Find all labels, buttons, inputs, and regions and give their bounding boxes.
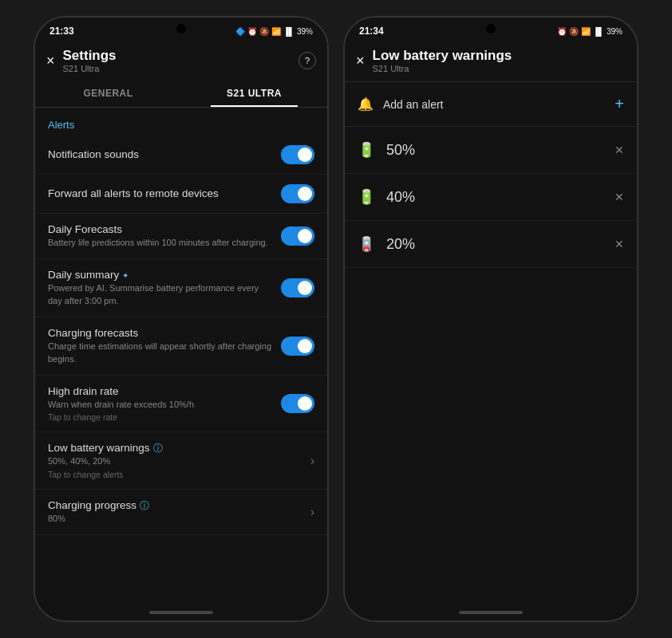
settings-content: Alerts Notification sounds Forward all a… [35, 108, 327, 605]
charging-forecasts-title: Charging forecasts [48, 327, 273, 339]
charging-forecasts-toggle[interactable] [281, 337, 314, 356]
tab-bar: GENERAL S21 ULTRA [35, 80, 327, 108]
mute-icon: 🔕 [259, 27, 269, 36]
setting-notification-sounds: Notification sounds [35, 136, 327, 175]
remove-alert-50[interactable]: ✕ [615, 144, 624, 156]
forward-alerts-toggle[interactable] [281, 184, 314, 203]
charging-progress-title: Charging progress [48, 499, 136, 511]
home-bar-right [459, 611, 523, 614]
high-drain-rate-toggle[interactable] [281, 394, 314, 413]
signal-icon-right: ▐▌ [593, 27, 604, 36]
settings-screen: × Settings S21 Ultra ? GENERAL S21 ULTRA… [35, 41, 327, 605]
status-icons-right: ⏰ 🔕 📶 ▐▌ 39% [557, 27, 623, 36]
alarm-icon-right: ⏰ [557, 27, 567, 36]
wifi-icon-right: 📶 [581, 27, 591, 36]
tab-s21ultra[interactable]: S21 ULTRA [181, 80, 327, 107]
mute-icon-right: 🔕 [569, 27, 579, 36]
phone-settings: 21:33 🔷 ⏰ 🔕 📶 ▐▌ 39% × Settings S21 Ultr… [34, 16, 329, 622]
battery-status: 39% [297, 27, 313, 36]
notification-sounds-toggle[interactable] [281, 145, 314, 164]
home-indicator-right [345, 605, 637, 620]
low-battery-warnings-title: Low battery warnings [48, 442, 150, 454]
setting-charging-progress[interactable]: Charging progress ⓘ 80% › [35, 490, 327, 535]
help-button[interactable]: ? [298, 52, 316, 69]
battery-status-right: 39% [607, 27, 623, 36]
notification-sounds-title: Notification sounds [48, 148, 273, 160]
lbw-header-title-group: Low battery warnings S21 Ultra [373, 48, 626, 73]
daily-summary-desc: Powered by AI. Summarise battery perform… [48, 282, 273, 307]
high-drain-rate-desc: Warn when drain rate exceeds 10%/h [48, 399, 273, 411]
charging-forecasts-desc: Charge time estimations will appear shor… [48, 341, 273, 365]
phone-low-battery-warnings: 21:34 ⏰ 🔕 📶 ▐▌ 39% × Low battery warning… [343, 16, 638, 622]
status-icons-left: 🔷 ⏰ 🔕 📶 ▐▌ 39% [235, 27, 313, 36]
battery-icon-50: 🔋 [358, 141, 375, 159]
app-header: × Settings S21 Ultra ? [35, 41, 327, 80]
daily-forecasts-desc: Battery life predictions within 100 minu… [48, 237, 273, 249]
status-time-right: 21:34 [359, 26, 384, 37]
status-time-left: 21:33 [49, 26, 74, 37]
add-alert-row[interactable]: 🔔 Add an alert + [345, 82, 637, 127]
charging-progress-desc: 80% [48, 513, 298, 525]
lbw-close-button[interactable]: × [356, 53, 365, 69]
daily-summary-title: Daily summary [48, 269, 119, 281]
high-drain-rate-title: High drain rate [48, 385, 273, 397]
header-title-group: Settings S21 Ultra [63, 48, 298, 73]
setting-charging-forecasts: Charging forecasts Charge time estimatio… [35, 317, 327, 376]
app-title: Settings [63, 48, 298, 64]
home-indicator-left [35, 605, 327, 620]
setting-daily-forecasts: Daily Forecasts Battery life predictions… [35, 214, 327, 259]
alert-percent-20: 20% [386, 236, 415, 253]
setting-low-battery-warnings[interactable]: Low battery warnings ⓘ 50%, 40%, 20% Tap… [35, 432, 327, 489]
wifi-icon: 📶 [271, 27, 281, 36]
low-battery-screen: × Low battery warnings S21 Ultra 🔔 Add a… [345, 41, 637, 605]
setting-daily-summary: Daily summary ✦ Powered by AI. Summarise… [35, 259, 327, 317]
forward-alerts-title: Forward all alerts to remote devices [48, 187, 273, 199]
charging-progress-chevron: › [310, 505, 314, 519]
add-alert-label: Add an alert [383, 98, 444, 111]
lbw-title: Low battery warnings [373, 48, 626, 64]
low-battery-info-icon: ⓘ [153, 442, 163, 455]
camera-notch-right [486, 24, 496, 33]
low-battery-chevron: › [310, 454, 314, 468]
ai-badge: ✦ [122, 271, 128, 280]
setting-forward-alerts: Forward all alerts to remote devices [35, 175, 327, 214]
daily-forecasts-title: Daily Forecasts [48, 223, 273, 235]
signal-icon: ▐▌ [283, 27, 294, 36]
lbw-subtitle: S21 Ultra [373, 64, 626, 73]
remove-alert-20[interactable]: ✕ [615, 238, 624, 250]
alert-percent-40: 40% [386, 189, 415, 206]
alert-item-50: 🔋 50% ✕ [345, 127, 637, 174]
daily-forecasts-toggle[interactable] [281, 226, 314, 246]
high-drain-rate-hint: Tap to change rate [48, 412, 273, 422]
daily-summary-toggle[interactable] [281, 278, 314, 297]
charging-progress-info-icon: ⓘ [140, 499, 149, 513]
home-bar-left [149, 611, 213, 614]
alert-percent-50: 50% [386, 142, 415, 159]
bluetooth-icon: 🔷 [235, 27, 245, 36]
tab-general[interactable]: GENERAL [35, 80, 181, 107]
setting-high-drain-rate: High drain rate Warn when drain rate exc… [35, 376, 327, 432]
battery-icon-20: 🪫 [358, 235, 375, 253]
add-alert-plus[interactable]: + [615, 95, 624, 113]
bell-icon: 🔔 [358, 96, 374, 112]
alert-item-40: 🔋 40% ✕ [345, 174, 637, 221]
low-battery-warnings-hint: Tap to change alerts [48, 470, 298, 479]
alert-item-20: 🪫 20% ✕ [345, 221, 637, 268]
close-button[interactable]: × [46, 53, 55, 69]
section-alerts: Alerts [35, 108, 327, 136]
app-subtitle: S21 Ultra [63, 64, 298, 73]
alarm-icon: ⏰ [247, 27, 257, 36]
low-battery-warnings-desc: 50%, 40%, 20% [48, 455, 298, 467]
lbw-app-header: × Low battery warnings S21 Ultra [345, 41, 637, 82]
camera-notch [176, 24, 186, 33]
remove-alert-40[interactable]: ✕ [615, 191, 624, 203]
battery-icon-40: 🔋 [358, 188, 375, 206]
